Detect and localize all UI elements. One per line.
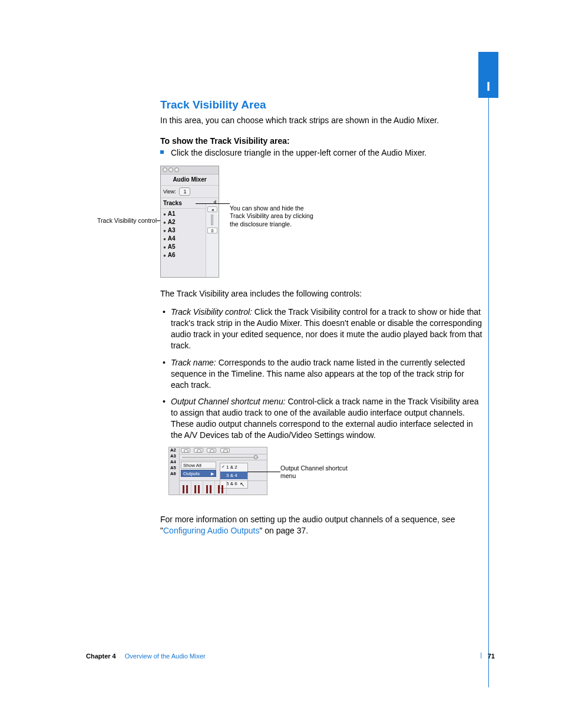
track-row[interactable]: A2 bbox=[169, 447, 179, 453]
intro-text: In this area, you can choose which track… bbox=[160, 115, 484, 126]
page-number: 71 bbox=[488, 652, 495, 661]
term: Track name: bbox=[171, 358, 216, 367]
part-label: I bbox=[487, 79, 490, 94]
window-close-icon[interactable] bbox=[163, 167, 167, 172]
view-label: View: bbox=[163, 189, 176, 195]
closing-paragraph: For more information on setting up the a… bbox=[160, 514, 484, 536]
chapter-label: Chapter 4 bbox=[86, 653, 116, 660]
term: Track Visibility control: bbox=[171, 307, 252, 317]
slider-thumb[interactable] bbox=[254, 455, 257, 459]
audio-mixer-window: Audio Mixer View: 1 Tracks A1 A2 A3 A4 A… bbox=[160, 166, 219, 278]
pan-knob-icon[interactable] bbox=[194, 448, 203, 453]
callout-line bbox=[196, 203, 230, 204]
closing-after: " on page 37. bbox=[259, 526, 308, 535]
meters-row bbox=[180, 480, 267, 495]
pan-knob-icon[interactable] bbox=[220, 448, 230, 453]
track-row[interactable]: A6 bbox=[169, 471, 179, 477]
procedure-step: Click the disclosure triangle in the upp… bbox=[160, 147, 484, 159]
callout-disclosure: You can show and hide the Track Visibili… bbox=[230, 205, 318, 228]
pan-knob-icon[interactable] bbox=[181, 448, 190, 453]
section-heading: Track Visibility Area bbox=[160, 97, 484, 113]
view-row: View: 1 bbox=[161, 186, 219, 198]
tracks-header-label: Tracks bbox=[163, 200, 182, 206]
tracks-column: A2 A3 A4 A5 A6 bbox=[169, 447, 180, 495]
level-meter bbox=[203, 481, 215, 495]
figure-output-channel: A2 A3 A4 A5 A6 Show All Outputs 1 & 2 3 … bbox=[168, 447, 484, 506]
chapter-title: Overview of the Audio Mixer bbox=[125, 653, 206, 660]
level-meter bbox=[215, 481, 227, 495]
procedure-title: To show the Track Visibility area: bbox=[160, 136, 484, 147]
cross-ref-link[interactable]: Configuring Audio Outputs bbox=[163, 526, 259, 535]
menu-outputs[interactable]: Outputs bbox=[181, 470, 216, 477]
controls-intro: The Track Visibility area includes the f… bbox=[160, 288, 484, 299]
menu-show-all[interactable]: Show All bbox=[181, 462, 216, 469]
procedure-list: Click the disclosure triangle in the upp… bbox=[160, 147, 484, 159]
slider[interactable] bbox=[211, 215, 213, 225]
track-row[interactable]: A5 bbox=[169, 465, 179, 471]
window-zoom-icon[interactable] bbox=[174, 167, 179, 172]
list-item: Track name: Corresponds to the audio tra… bbox=[160, 357, 484, 391]
part-tab: I bbox=[478, 52, 498, 98]
track-strip: ◂ 0 bbox=[206, 204, 219, 277]
track-row[interactable]: A3 bbox=[169, 453, 179, 459]
value-box[interactable]: 0 bbox=[207, 228, 217, 233]
page-footer: Chapter 4 Overview of the Audio Mixer | … bbox=[86, 652, 495, 661]
page-body: Track Visibility Area In this area, you … bbox=[160, 97, 484, 543]
list-item: Track Visibility control: Click the Trac… bbox=[160, 307, 484, 351]
level-meter bbox=[180, 481, 191, 495]
footer-separator: | bbox=[480, 651, 482, 660]
callout-output-channel: Output Channel shortcut menu bbox=[280, 465, 363, 480]
mixer-tab[interactable]: Audio Mixer bbox=[161, 174, 219, 186]
pan-knob-icon[interactable] bbox=[207, 448, 216, 453]
track-row[interactable]: A4 bbox=[169, 459, 179, 465]
callout-track-visibility-control: Track Visibility control bbox=[86, 216, 157, 225]
submenu-item[interactable]: 3 & 4 bbox=[220, 472, 247, 480]
pan-button[interactable]: ◂ bbox=[207, 206, 217, 212]
list-item: Output Channel shortcut menu: Control-cl… bbox=[160, 396, 484, 441]
window-titlebar bbox=[161, 166, 219, 174]
view-button-1[interactable]: 1 bbox=[179, 187, 190, 196]
slider-track[interactable] bbox=[182, 457, 259, 458]
output-channel-panel: A2 A3 A4 A5 A6 Show All Outputs 1 & 2 3 … bbox=[168, 447, 267, 495]
callout-line bbox=[247, 472, 280, 472]
margin-rule bbox=[488, 98, 489, 687]
window-minimize-icon[interactable] bbox=[168, 167, 173, 172]
controls-list: Track Visibility control: Click the Trac… bbox=[160, 307, 484, 441]
level-meter bbox=[191, 481, 203, 495]
figure-audio-mixer: Track Visibility control Audio Mixer Vie… bbox=[160, 166, 484, 284]
slider-row bbox=[180, 454, 267, 460]
submenu-item[interactable]: 1 & 2 bbox=[220, 463, 247, 472]
term: Output Channel shortcut menu: bbox=[171, 397, 286, 406]
pan-row bbox=[180, 447, 267, 454]
